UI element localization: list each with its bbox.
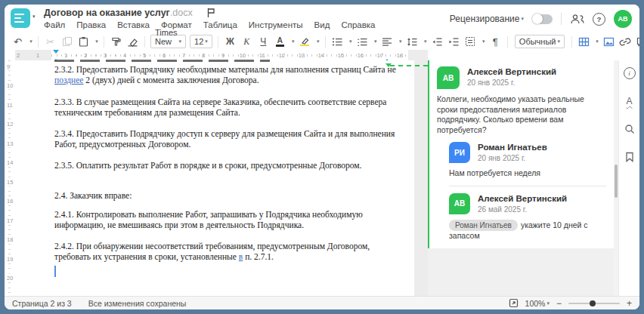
undo-button[interactable]: ↶ — [10, 34, 26, 49]
numbered-list-button[interactable] — [355, 34, 370, 49]
review-toggle[interactable] — [532, 14, 553, 24]
comment-thread[interactable]: АВ Алексей Вертинский 20 янв 2025 г. Кол… — [428, 60, 614, 248]
insert-image-button[interactable] — [601, 34, 617, 49]
page-right-gap — [414, 60, 428, 296]
font-size-value: 12 — [194, 37, 203, 46]
underline-button[interactable]: Ч — [255, 34, 271, 49]
bold-button[interactable]: Ж — [222, 34, 238, 49]
align-caret-icon[interactable]: ▾ — [396, 34, 404, 49]
bullet-list-button[interactable] — [330, 34, 345, 49]
numbered-list-caret-icon[interactable]: ▾ — [371, 34, 379, 49]
search-button[interactable] — [623, 122, 636, 136]
menu-item-2[interactable]: Вставка — [117, 20, 150, 29]
ruler-number: 18 — [397, 52, 403, 59]
font-color-button[interactable]: А — [272, 34, 288, 49]
insert-link-button[interactable] — [618, 34, 633, 49]
zoom-in-button[interactable]: + — [627, 298, 632, 309]
pilcrow-icon: ¶ — [493, 36, 498, 48]
page-indicator[interactable]: Страница 2 из 3 — [12, 299, 72, 308]
comment-date: 20 янв 2025 г. — [467, 78, 556, 87]
paragraph-2-3-3[interactable]: 2.3.3. В случае размещения Сайта на серв… — [54, 97, 404, 118]
increase-indent-button[interactable] — [446, 34, 462, 49]
ruler-number: 20 — [7, 273, 13, 282]
collaboration-users-icon[interactable] — [570, 14, 584, 25]
fit-width-button[interactable] — [509, 298, 519, 308]
highlight-caret-icon[interactable]: ▾ — [314, 34, 321, 49]
undo-dropdown-caret-icon[interactable]: ▾ — [26, 34, 34, 49]
paragraph-2-4-2[interactable]: 2.4.2. При обнаружении несоответствий тр… — [54, 241, 404, 262]
caret-icon: ▾ — [292, 38, 295, 45]
zoom-slider[interactable] — [568, 303, 620, 304]
status-bar: Страница 2 из 3 Все изменения сохранены … — [5, 296, 639, 309]
spellcheck-button[interactable]: А — [623, 94, 636, 108]
font-size-select[interactable]: 12 ▾ — [190, 35, 212, 48]
save-status: Все изменения сохранены — [88, 299, 187, 308]
vertical-ruler: 91011121314151617181920 — [5, 60, 15, 296]
comments-scrollbar-thumb[interactable] — [615, 165, 618, 198]
show-paragraph-marks-button[interactable]: ¶ — [488, 34, 503, 49]
caret-icon: ▾ — [374, 38, 377, 45]
align-left-button[interactable] — [379, 34, 395, 49]
help-icon[interactable]: ? — [593, 13, 605, 26]
copy-button[interactable] — [59, 34, 75, 49]
undo-icon: ↶ — [14, 36, 22, 48]
cut-icon: ✂ — [46, 36, 54, 48]
ruler-number: 11 — [7, 100, 13, 109]
ruler-number: 15 — [7, 177, 13, 186]
paragraph-2-4-1[interactable]: 2.4.1. Контролировать выполнение Работ, … — [54, 209, 404, 230]
comment-date: 26 май 2025 г. — [478, 205, 567, 214]
format-painter-button[interactable] — [108, 34, 124, 49]
menu-item-5[interactable]: Инструменты — [249, 20, 303, 29]
ruler-number: 4 — [123, 52, 126, 59]
zoom-slider-thumb[interactable] — [590, 300, 596, 306]
zoom-level-value: 100% — [525, 299, 546, 308]
paragraph-text: 2 (двух) дней с момента заключения Догов… — [83, 75, 259, 85]
menu-item-0[interactable]: Файл — [44, 20, 65, 29]
menu-item-6[interactable]: Вид — [314, 20, 330, 29]
insert-table-button[interactable] — [576, 34, 592, 49]
paragraph-borders-button[interactable] — [463, 34, 478, 49]
underline-label: Ч — [260, 36, 266, 47]
paragraph-2-4[interactable]: 2.4. Заказчик вправе: — [54, 190, 404, 201]
menu-item-4[interactable]: Таблица — [203, 20, 237, 29]
line-spacing-caret-icon[interactable]: ▾ — [421, 34, 429, 49]
menu-item-1[interactable]: Правка — [76, 20, 106, 29]
logo-dropdown-caret-icon[interactable]: ▾ — [33, 14, 36, 20]
paste-dropdown-caret-icon[interactable]: ▾ — [92, 34, 100, 49]
line-spacing-button[interactable] — [404, 34, 420, 49]
favorite-flag-icon[interactable] — [206, 8, 215, 18]
borders-caret-icon[interactable]: ▾ — [479, 34, 487, 49]
zoom-out-button[interactable]: − — [556, 298, 562, 309]
user-avatar[interactable]: АВ — [614, 10, 632, 28]
bookmark-button[interactable] — [623, 150, 636, 164]
font-name-select[interactable]: Times New ... ▾ — [150, 35, 186, 48]
clear-formatting-eraser-button[interactable] — [125, 34, 141, 49]
comment-avatar: РИ — [449, 142, 470, 163]
paragraph-text: 2.4.2. При обнаружении несоответствий тр… — [54, 242, 370, 261]
paragraph-2-3-2[interactable]: 2.3.2. Предоставить Подрядчику необходим… — [54, 64, 404, 85]
cut-button[interactable]: ✂ — [42, 34, 58, 49]
document-title-extension: .docx — [170, 8, 193, 18]
table-caret-icon[interactable]: ▾ — [593, 34, 600, 49]
app-logo-icon[interactable] — [11, 8, 30, 28]
italic-button[interactable]: К — [239, 34, 255, 49]
paragraph-2-3-4[interactable]: 2.3.4. Предоставить Подрядчику доступ к … — [54, 128, 404, 149]
menu-item-7[interactable]: Справка — [341, 20, 375, 29]
font-color-caret-icon[interactable]: ▾ — [289, 34, 296, 49]
ruler-number: 16 — [7, 197, 13, 205]
about-info-button[interactable]: i — [623, 66, 636, 80]
bullet-list-caret-icon[interactable]: ▾ — [346, 34, 354, 49]
mention-chip[interactable]: Роман Игнатьев — [449, 220, 518, 232]
paste-button[interactable] — [76, 34, 91, 49]
paragraph-style-select[interactable]: Обычный ▾ — [515, 35, 565, 48]
menu-bar: ФайлПравкаВставкаФорматТаблицаИнструмент… — [44, 20, 376, 29]
review-mode-button[interactable]: Рецензирование ▾ — [450, 14, 524, 24]
zoom-level-select[interactable]: 100% ▾ — [525, 299, 550, 308]
italic-label: К — [243, 36, 249, 48]
ruler-number: 17 — [7, 216, 13, 224]
decrease-indent-button[interactable] — [429, 34, 445, 49]
insert-comment-button[interactable] — [634, 34, 639, 49]
caret-icon: ▾ — [557, 38, 560, 45]
paragraph-2-3-5[interactable]: 2.3.5. Оплатить результат Работ в порядк… — [54, 160, 404, 171]
highlight-color-button[interactable] — [297, 34, 313, 49]
